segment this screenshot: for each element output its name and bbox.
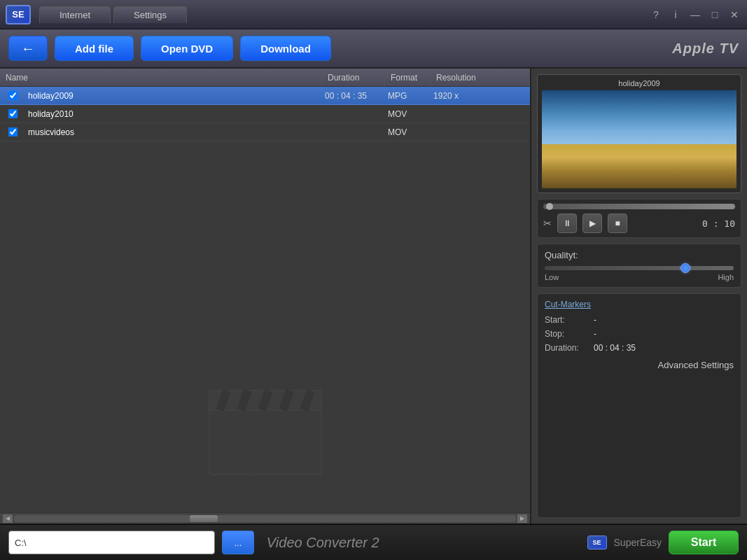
stop-button[interactable]: ■ [608,214,627,233]
file-checkbox-3[interactable] [0,127,25,136]
back-button[interactable]: ← [8,36,48,61]
horizontal-scrollbar[interactable]: ◀ ▶ [0,512,530,524]
file-panel: Name Duration Format Resolution holiday2… [0,69,531,524]
quality-panel: Qualityt: Low High [537,244,741,288]
playback-controls: ✂ ⏸ ▶ ■ 0 : 10 [543,214,735,233]
advanced-settings-area: Advanced Settings [545,357,734,373]
table-row[interactable]: musicvideos MOV [0,123,530,141]
file-duration-1: 00 : 04 : 35 [322,91,385,101]
cut-start-label: Start: [545,315,594,325]
cut-stop-label: Stop: [545,329,594,339]
brand-name: Video Converter 2 [267,535,379,551]
table-row[interactable]: holiday2010 MOV [0,105,530,123]
quality-labels: Low High [545,273,734,281]
minimize-button[interactable]: — [688,9,702,20]
table-row[interactable]: holiday2009 00 : 04 : 35 MPG 1920 x [0,87,530,105]
scroll-track[interactable] [14,515,516,522]
checkbox-input-2[interactable] [8,109,18,118]
pause-button[interactable]: ⏸ [557,214,577,233]
start-button[interactable]: Start [669,531,739,554]
cut-markers-panel: Cut-Markers Start: - Stop: - Duration: 0… [537,293,741,518]
column-resolution-header: Resolution [431,69,530,86]
profile-title: Apple TV [672,41,739,57]
help-button[interactable]: ? [649,9,663,20]
cut-start-value: - [594,315,596,325]
time-display: 0 : 10 [702,218,735,229]
pause-icon: ⏸ [563,218,571,228]
toolbar: ← Add file Open DVD Download Apple TV [0,29,747,69]
preview-title: holiday2009 [542,79,736,88]
brand-logo-small: SE [587,536,607,550]
quality-low-label: Low [545,273,559,281]
scroll-right-button[interactable]: ▶ [517,514,527,523]
title-tabs: Internet Settings [39,6,649,23]
watermark [195,370,335,484]
file-name-2: holiday2010 [25,109,322,119]
file-list-body: holiday2009 00 : 04 : 35 MPG 1920 x holi… [0,87,530,512]
close-button[interactable]: ✕ [727,9,741,20]
browse-button[interactable]: ... [222,531,254,554]
file-format-2: MOV [385,109,431,119]
playback-area: ✂ ⏸ ▶ ■ 0 : 10 [537,199,741,238]
scissors-icon[interactable]: ✂ [543,218,552,229]
brand-area: Video Converter 2 [267,535,379,551]
file-checkbox-2[interactable] [0,109,25,118]
file-name-1: holiday2009 [25,91,322,101]
preview-box: holiday2009 [537,74,741,193]
file-format-1: MPG [385,91,431,101]
checkbox-input-3[interactable] [8,127,18,136]
right-panel: holiday2009 ✂ ⏸ ▶ ■ 0 : 10 [531,69,747,524]
cut-stop-value: - [594,329,596,339]
cut-start-row: Start: - [545,315,734,325]
play-icon: ▶ [589,218,596,228]
window-controls: ? i — □ ✕ [649,9,741,20]
file-list-header: Name Duration Format Resolution [0,69,530,87]
quality-high-label: High [718,273,734,281]
title-bar: SE Internet Settings ? i — □ ✕ [0,0,747,29]
advanced-settings-button[interactable]: Advanced Settings [658,357,734,373]
quality-slider-track[interactable] [545,266,734,270]
scroll-thumb[interactable] [190,515,218,522]
cut-stop-row: Stop: - [545,329,734,339]
quality-slider-thumb[interactable] [680,263,690,273]
play-button[interactable]: ▶ [582,214,602,233]
add-file-button[interactable]: Add file [55,36,134,61]
file-name-3: musicvideos [25,127,322,137]
cut-duration-row: Duration: 00 : 04 : 35 [545,343,734,353]
download-button[interactable]: Download [240,36,331,61]
back-icon: ← [21,41,35,57]
column-duration-header: Duration [322,69,385,86]
tab-internet[interactable]: Internet [39,6,111,23]
checkbox-input-1[interactable] [8,91,18,100]
file-checkbox-1[interactable] [0,91,25,100]
maximize-button[interactable]: □ [708,9,722,20]
output-path-input[interactable] [8,531,215,554]
bottom-bar: ... Video Converter 2 SE SuperEasy Start [0,524,747,560]
main-content: Name Duration Format Resolution holiday2… [0,69,747,524]
column-format-header: Format [385,69,431,86]
cut-markers-title[interactable]: Cut-Markers [545,300,734,309]
file-format-3: MOV [385,127,431,137]
cut-duration-value: 00 : 04 : 35 [594,343,636,353]
tab-settings[interactable]: Settings [113,6,187,23]
open-dvd-button[interactable]: Open DVD [141,36,233,61]
scroll-left-button[interactable]: ◀ [3,514,13,523]
seek-thumb[interactable] [546,203,553,210]
info-button[interactable]: i [669,9,683,20]
brand-suffix: SuperEasy [614,537,662,548]
column-name-header: Name [0,69,322,86]
cut-duration-label: Duration: [545,343,594,353]
stop-icon: ■ [615,218,620,228]
file-resolution-1: 1920 x [431,91,530,101]
quality-title: Qualityt: [545,250,734,260]
seek-bar[interactable] [543,204,735,209]
app-logo: SE [6,5,31,24]
preview-video [542,90,736,188]
